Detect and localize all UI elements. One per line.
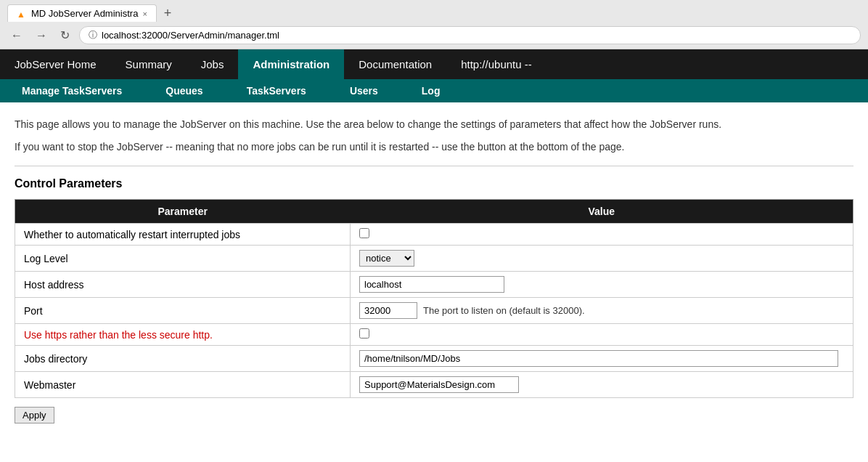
address-bar[interactable]: ⓘ localhost:32000/ServerAdmin/manager.tm… — [79, 26, 861, 44]
subnav-queues[interactable]: Queues — [144, 79, 224, 102]
tab-title: MD JobServer Administra — [31, 8, 138, 19]
col-header-value: Value — [351, 200, 853, 224]
browser-nav: ← → ↻ ⓘ localhost:32000/ServerAdmin/mana… — [7, 26, 861, 44]
forward-button[interactable]: → — [32, 28, 51, 44]
param-label-webmaster: Webmaster — [15, 372, 351, 398]
param-label-log-level: Log Level — [15, 246, 351, 272]
log-level-select[interactable]: notice debug info warning error — [359, 250, 414, 267]
nav-summary[interactable]: Summary — [111, 49, 187, 79]
nav-administration[interactable]: Administration — [238, 49, 344, 79]
address-text: localhost:32000/ServerAdmin/manager.tml — [102, 30, 279, 41]
jobs-directory-input[interactable] — [359, 350, 838, 367]
active-tab[interactable]: MD JobServer Administra × — [7, 4, 157, 22]
apply-button[interactable]: Apply — [15, 407, 54, 423]
nav-jobs[interactable]: Jobs — [187, 49, 239, 79]
param-value-auto-restart — [351, 224, 853, 246]
lock-icon: ⓘ — [89, 29, 97, 41]
param-label-port: Port — [15, 298, 351, 324]
col-header-parameter: Parameter — [15, 200, 351, 224]
param-value-log-level: notice debug info warning error — [351, 246, 853, 272]
param-value-webmaster — [351, 372, 853, 398]
table-row: Use https rather than the less secure ht… — [15, 324, 853, 346]
table-row: Webmaster — [15, 372, 853, 398]
param-label-host-address: Host address — [15, 272, 351, 298]
table-row: Whether to automatically restart interru… — [15, 224, 853, 246]
sub-nav: Manage TaskServers Queues TaskServers Us… — [0, 79, 868, 102]
subnav-taskservers[interactable]: TaskServers — [225, 79, 328, 102]
page-content: This page allows you to manage the JobSe… — [0, 102, 868, 438]
divider — [15, 166, 853, 166]
table-row: Host address — [15, 272, 853, 298]
tab-bar: MD JobServer Administra × + — [7, 4, 861, 22]
favicon-icon — [17, 9, 27, 19]
subnav-log[interactable]: Log — [400, 79, 462, 102]
param-value-host-address — [351, 272, 853, 298]
port-input[interactable] — [359, 302, 417, 319]
intro-section: This page allows you to manage the JobSe… — [15, 117, 853, 155]
auto-restart-checkbox[interactable] — [359, 228, 369, 238]
back-button[interactable]: ← — [7, 28, 26, 44]
nav-jobserver-home[interactable]: JobServer Home — [0, 49, 111, 79]
subnav-users[interactable]: Users — [328, 79, 400, 102]
param-label-auto-restart: Whether to automatically restart interru… — [15, 224, 351, 246]
port-container: The port to listen on (default is 32000)… — [359, 302, 844, 319]
main-nav: JobServer Home Summary Jobs Administrati… — [0, 49, 868, 79]
subnav-manage-taskservers[interactable]: Manage TaskServers — [0, 79, 144, 102]
browser-chrome: MD JobServer Administra × + ← → ↻ ⓘ loca… — [0, 0, 868, 49]
intro-line2: If you want to stop the JobServer -- mea… — [15, 139, 853, 155]
section-title: Control Parameters — [15, 177, 853, 190]
param-value-jobs-directory — [351, 346, 853, 372]
table-row: Jobs directory — [15, 346, 853, 372]
address-host: localhost:32000/ServerAdmin/manager.tml — [102, 30, 279, 41]
param-value-use-https — [351, 324, 853, 346]
param-label-jobs-directory: Jobs directory — [15, 346, 351, 372]
params-table: Parameter Value Whether to automatically… — [15, 199, 853, 398]
use-https-checkbox[interactable] — [359, 328, 369, 339]
new-tab-button[interactable]: + — [160, 6, 176, 21]
table-row: Log Level notice debug info warning erro… — [15, 246, 853, 272]
param-label-use-https: Use https rather than the less secure ht… — [15, 324, 351, 346]
nav-http-ubuntu[interactable]: http://ubuntu -- — [446, 49, 546, 79]
param-value-port: The port to listen on (default is 32000)… — [351, 298, 853, 324]
intro-line1: This page allows you to manage the JobSe… — [15, 117, 853, 132]
tab-close-button[interactable]: × — [142, 9, 147, 18]
host-address-input[interactable] — [359, 276, 504, 293]
port-note: The port to listen on (default is 32000)… — [423, 305, 585, 316]
webmaster-input[interactable] — [359, 376, 519, 393]
reload-button[interactable]: ↻ — [57, 27, 73, 44]
table-row: Port The port to listen on (default is 3… — [15, 298, 853, 324]
nav-documentation[interactable]: Documentation — [344, 49, 446, 79]
